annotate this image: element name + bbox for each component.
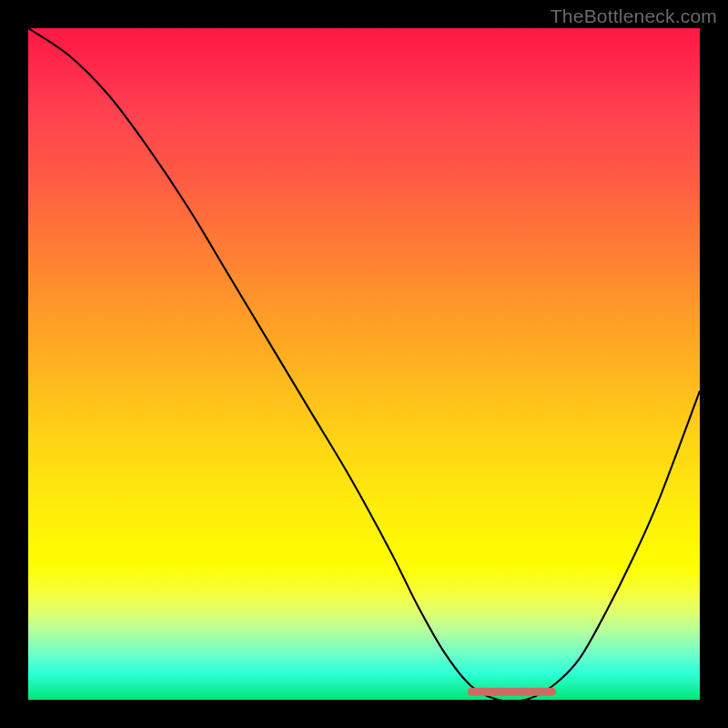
chart-frame: TheBottleneck.com (0, 0, 728, 728)
plot-area (28, 28, 700, 700)
watermark-text: TheBottleneck.com (551, 5, 717, 27)
curve-layer (28, 28, 700, 700)
bottleneck-curve-line (28, 28, 700, 700)
